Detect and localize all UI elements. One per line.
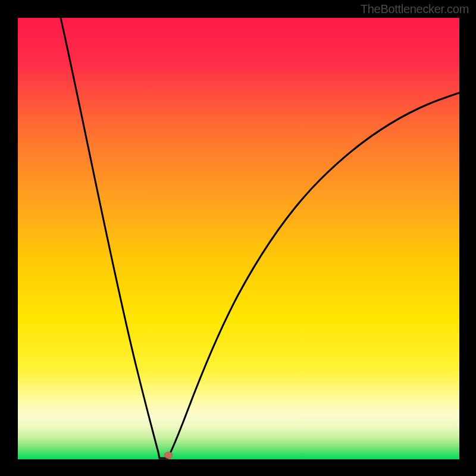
marker-dot (164, 452, 173, 459)
chart-svg (18, 18, 459, 459)
chart-plot-area (18, 18, 459, 459)
chart-background (18, 18, 459, 459)
watermark-text: TheBottlenecker.com (361, 2, 469, 16)
